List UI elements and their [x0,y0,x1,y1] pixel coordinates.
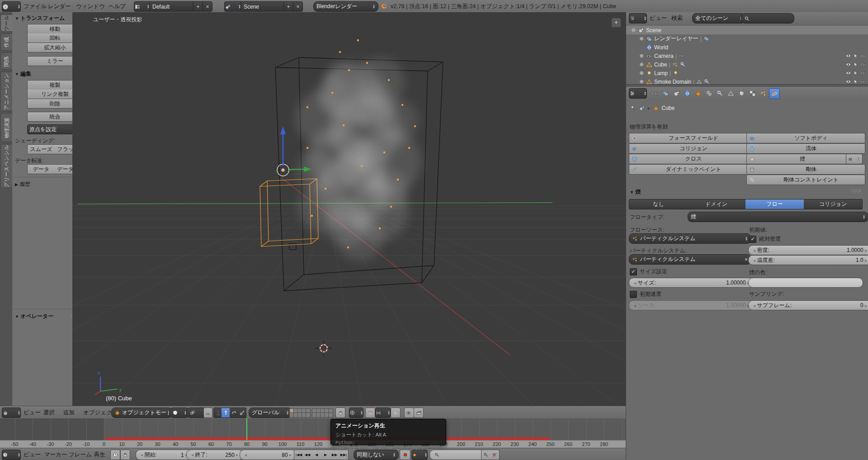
properties-tab-scene[interactable] [671,88,681,98]
outliner-item-label[interactable]: Lamp [654,70,668,76]
properties-tab-particles[interactable] [758,88,768,98]
source-slider[interactable]: ◂ ソース:1.00000 ▸ [629,300,755,310]
scene-selector[interactable]: ▲▼ [224,1,241,12]
playback-jump-to-end-button[interactable]: ▶▶| [339,450,349,460]
av-sync-selector[interactable]: 同期しない▲▼ [354,450,399,460]
outliner-item-label[interactable]: Camera [654,53,674,59]
auto-keyframe-record-button[interactable] [400,450,410,460]
properties-tab-constraints[interactable] [704,88,714,98]
physics-button-ダイナミックペイント[interactable]: ダイナミックペイント [629,164,748,175]
properties-tab-render-layers[interactable] [660,88,670,98]
topbar-menu-3[interactable]: ヘルプ [108,3,126,10]
checkbox-unchecked-icon[interactable] [630,291,637,298]
smoke-presets-button[interactable]: ▤ [846,154,855,164]
outliner-menu-1[interactable]: 検索 [671,14,683,22]
pivot-align-toggle[interactable]: ↔ [203,408,212,418]
render-engine-selector[interactable]: Blenderレンダー▲▼ [313,1,378,12]
lock-layers-toggle[interactable] [335,408,345,418]
manipulator-toggle[interactable] [213,408,222,418]
region-expand-plus[interactable]: + [611,18,621,28]
playback-play-reverse-button[interactable]: ◀ [312,450,321,460]
collapse-icon[interactable]: ⊖ [631,27,636,33]
properties-tab-material[interactable] [736,88,746,98]
timeline-menu-3[interactable]: 再生 [94,451,105,459]
properties-tab-texture[interactable] [747,88,757,98]
panel-header-transform[interactable]: ▼ トランスフォーム [15,14,65,22]
toolshelf-tab-0[interactable]: ツール [0,14,12,32]
initial-velocity-checkbox[interactable]: 初期速度 [630,290,661,298]
snap-target-button[interactable] [391,408,401,418]
layer-cell[interactable] [328,413,333,417]
editor-type-properties-button[interactable]: ▲▼ [629,88,647,99]
editor-type-outliner-button[interactable]: ▲▼ [629,13,647,24]
flow-source-selector[interactable]: パーティクルシステム▲▼ [629,233,751,244]
screen-layout-name[interactable]: Default [149,1,199,12]
opengl-render-button[interactable] [404,408,414,418]
playhead[interactable] [246,418,247,440]
properties-tab-object[interactable] [693,88,703,98]
subframe-slider[interactable]: ◂ サブフレーム:0 ▸ [748,300,868,310]
playback-play-button[interactable]: ▶ [321,450,330,460]
smoke-type-なし[interactable]: なし [629,199,688,209]
checkbox-checked-icon[interactable]: ✓ [749,236,756,243]
snap-toggle[interactable] [365,408,375,418]
properties-tab-object-data[interactable] [726,88,736,98]
viewport-menu-1[interactable]: 選択 [43,409,55,417]
panel-header-smoke[interactable]: ▼ 煙 [630,188,641,196]
rotate-manipulator-button[interactable] [230,408,238,418]
toolshelf-tab-2[interactable]: 関係 [0,52,12,70]
panel-header-edit[interactable]: ▼ 編集 [15,70,31,78]
outliner-row-レンダーレイヤー[interactable]: ⊕レンダーレイヤー| [626,34,868,43]
absolute-density-checkbox[interactable]: ✓絶対密度 [749,235,781,243]
use-preview-range-toggle[interactable] [110,450,120,460]
smoke-hide-button[interactable] [854,154,863,164]
outliner-search-field[interactable] [741,13,794,24]
orientation-selector[interactable]: グローバル▲▼ [249,408,292,418]
clear-icon[interactable]: × [745,256,748,263]
timeline-band[interactable] [0,418,626,440]
viewport-menu-2[interactable]: 追加 [63,409,75,417]
physics-button-剛体コンストレイント[interactable]: 剛体コンストレイント [746,175,865,185]
density-slider[interactable]: ◂ 密度:1.0000 ▸ [748,245,868,255]
smoke-type-ドメイン[interactable]: ドメイン [687,199,746,209]
panel-grip[interactable] [851,189,861,193]
scene-name[interactable]: Scene [241,1,289,12]
topbar-menu-2[interactable]: ウィンドウ [76,3,105,10]
timeline-menu-0[interactable]: ビュー [24,451,41,459]
delete-layout-button[interactable]: × [203,1,212,12]
timeline-menu-1[interactable]: マーカー [44,451,67,459]
physics-button-クロス[interactable]: クロス [629,154,748,164]
smoke-color-swatch[interactable] [748,278,863,288]
data-button[interactable]: データ [27,164,55,174]
smoke-type-コリジョン[interactable]: コリジョン [804,199,863,209]
mode-selector[interactable]: オブジェクトモード▲▼ [111,408,173,418]
3d-viewport[interactable]: yz ユーザー・透視投影 (80) Cube + [72,12,626,406]
outliner-row-Cube[interactable]: ⊕Cube| [626,60,868,69]
smoke-type-フロー[interactable]: フロー [745,199,804,209]
delete-scene-button[interactable]: × [293,1,303,12]
editor-type-timeline-button[interactable]: ▲▼ [2,450,21,460]
expand-icon[interactable]: ⊕ [639,36,644,42]
playback-next-keyframe-button[interactable]: ▶▶ [330,450,340,460]
end-frame-field[interactable]: ◂ 終了:250 ▸ [186,450,243,460]
layers-widget[interactable] [289,408,332,417]
toolshelf-tab-3[interactable]: アニメーション [0,71,12,111]
editor-type-3dview-button[interactable]: ▲▼ [2,408,21,418]
particle-system-field[interactable]: パーティクルシステム× [629,254,751,265]
smooth-button[interactable]: スムーズ [27,144,55,154]
current-frame-field[interactable]: ◂80 ▸ [240,450,297,460]
properties-tab-physics[interactable] [769,88,780,99]
size-settings-checkbox[interactable]: ✓サイズ設定 [630,268,667,275]
outliner-filter-selector[interactable]: 全てのシーン▲▼ [692,13,745,24]
toolshelf-tab-1[interactable]: 作成 [0,33,12,51]
opengl-render-anim-button[interactable] [414,408,424,418]
playback-prev-keyframe-button[interactable]: ◀◀ [303,450,312,460]
physics-button-ソフトボディ[interactable]: ソフトボディ [746,133,865,143]
flow-type-selector[interactable]: 煙▲▼ [688,212,868,222]
start-frame-field[interactable]: ◂ 開始:1 ▸ [136,450,193,460]
expand-icon[interactable]: ⊕ [639,53,644,59]
proportional-edit-selector[interactable]: ▲▼ [349,408,363,418]
viewport-menu-0[interactable]: ビュー [24,409,41,417]
physics-button-剛体[interactable]: 剛体 [746,164,865,175]
timeline-menu-2[interactable]: フレーム [69,451,92,459]
